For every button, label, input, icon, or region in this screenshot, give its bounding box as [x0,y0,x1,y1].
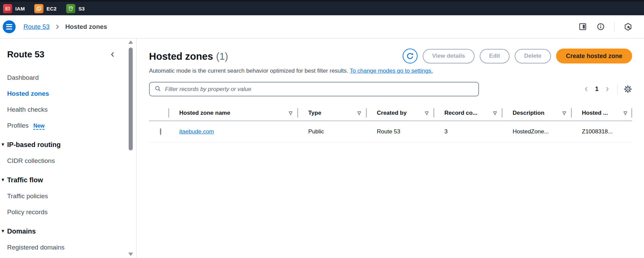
sidebar-item-traffic-policies[interactable]: Traffic policies [7,192,48,200]
scrollbar-thumb[interactable] [129,48,133,150]
page-title-text: Hosted zones [149,51,213,62]
sidebar-item-label: Hosted zones [7,90,49,97]
s3-service-icon [66,4,75,13]
sidebar-item-label: Registered domains [7,244,65,251]
next-page-icon[interactable] [603,85,612,94]
column-label: Created by [377,110,407,116]
sidebar-item-label: CIDR collections [7,157,55,164]
favorite-label: IAM [15,6,25,12]
info-icon[interactable] [596,22,605,31]
section-caret-icon: ▼ [1,228,5,234]
hosted-zones-table: Hosted zone name▽ Type▽ Created by▽ Reco… [149,105,632,143]
favorite-s3[interactable]: S3 [66,4,85,13]
favorites-bar: IAM EC2 S3 [0,0,644,15]
delete-button[interactable]: Delete [515,49,551,63]
sort-icon: ▽ [425,110,428,115]
sidebar-item-label: Policy records [7,208,48,216]
page-number[interactable]: 1 [595,86,599,93]
sidebar-section-ip-based-routing[interactable]: ▼IP-based routing [7,141,61,149]
sidebar-item-label: Profiles [7,122,29,129]
sidebar-item-cidr-collections[interactable]: CIDR collections [7,157,55,165]
sidebar-item-hosted-zones[interactable]: Hosted zones [7,90,49,97]
description-text: Automatic mode is the current search beh… [149,68,348,74]
sidebar-item-label: Traffic policies [7,192,48,200]
sort-icon: ▽ [493,110,497,115]
column-label: Record co... [444,110,477,116]
iam-service-icon [3,4,12,13]
sidebar-item-profiles[interactable]: ProfilesNew [7,122,44,129]
favorite-iam[interactable]: IAM [3,4,25,13]
breadcrumb-service-link[interactable]: Route 53 [23,23,50,31]
edit-button[interactable]: Edit [480,49,510,63]
item-count: (1) [216,51,228,62]
sort-icon: ▽ [289,110,292,115]
sidebar-section-domains[interactable]: ▼Domains [7,227,36,235]
chevron-right-icon [54,23,61,30]
row-radio-button[interactable] [160,128,161,135]
breadcrumb-current-page: Hosted zones [65,23,107,31]
menu-icon[interactable] [3,20,16,33]
view-details-button[interactable]: View details [423,49,475,63]
section-caret-icon: ▼ [1,142,5,147]
sidebar-item-dashboard[interactable]: Dashboard [7,74,39,81]
preferences-gear-icon[interactable] [624,85,632,93]
selection-column-header [149,105,168,121]
favorite-label: EC2 [47,6,57,12]
hosted-zone-link[interactable]: itaebude.com [179,128,214,135]
search-mode-description: Automatic mode is the current search beh… [149,68,632,74]
new-badge: New [33,123,44,130]
previous-page-icon[interactable] [582,85,591,94]
column-header-created-by[interactable]: Created by▽ [366,105,434,121]
amazon-q-icon[interactable] [624,22,632,31]
breadcrumb-actions [578,22,632,32]
cell-hosted-zone-id: Z1008318... [571,128,632,135]
column-label: Hosted ... [582,110,608,116]
split-panel-icon[interactable] [578,22,587,31]
column-header-description[interactable]: Description▽ [502,105,571,121]
favorite-ec2[interactable]: EC2 [34,4,57,13]
sidebar-section-label: Domains [7,227,36,235]
divider [617,84,618,94]
sidebar-section-traffic-flow[interactable]: ▼Traffic flow [7,176,43,184]
filter-input[interactable] [165,86,474,93]
column-label: Hosted zone name [179,110,230,116]
sidebar-nav: Dashboard Hosted zones Health checks Pro… [7,74,136,258]
header-actions: View details Edit Delete Create hosted z… [403,49,632,63]
scroll-up-icon[interactable] [128,40,133,44]
sidebar-scrollbar [128,38,133,258]
table-header-row: Hosted zone name▽ Type▽ Created by▽ Reco… [149,105,632,121]
pagination: 1 [582,84,632,94]
divider [614,22,614,32]
column-header-hosted-zone-name[interactable]: Hosted zone name▽ [168,105,297,121]
cell-created-by: Route 53 [366,128,434,135]
favorite-label: S3 [78,6,85,12]
sidebar-item-label: Health checks [7,106,48,113]
column-header-record-count[interactable]: Record co...▽ [434,105,502,121]
sidebar-item-policy-records[interactable]: Policy records [7,208,48,216]
column-header-type[interactable]: Type▽ [297,105,366,121]
search-icon [154,85,162,94]
column-header-hosted-zone-id[interactable]: Hosted ...▽ [571,105,632,121]
cell-record-count: 3 [434,128,502,135]
create-hosted-zone-button[interactable]: Create hosted zone [556,49,632,63]
table-row: itaebude.com Public Route 53 3 HostedZon… [149,121,632,143]
sidebar-item-registered-domains[interactable]: Registered domains [7,244,65,251]
sidebar-item-label: Dashboard [7,74,39,81]
page-title: Hosted zones(1) [149,49,228,64]
sidebar: Route 53 Dashboard Hosted zones Health c… [0,38,136,258]
filter-input-container [149,82,479,96]
breadcrumb-bar: Route 53 Hosted zones [0,15,644,38]
column-label: Type [308,110,321,116]
scroll-down-icon[interactable] [128,253,133,256]
section-caret-icon: ▼ [1,177,5,182]
sort-icon: ▽ [624,110,627,115]
change-modes-settings-link[interactable]: To change modes go to settings. [350,68,433,74]
refresh-button[interactable] [403,49,418,63]
cell-hosted-zone-name: itaebude.com [168,128,297,135]
row-select-cell [149,128,168,135]
sort-icon: ▽ [563,110,566,115]
sidebar-collapse-icon[interactable] [109,51,116,58]
sidebar-item-health-checks[interactable]: Health checks [7,106,48,113]
main-content: Hosted zones(1) View details Edit Delete… [136,38,644,258]
cell-type: Public [297,128,366,135]
